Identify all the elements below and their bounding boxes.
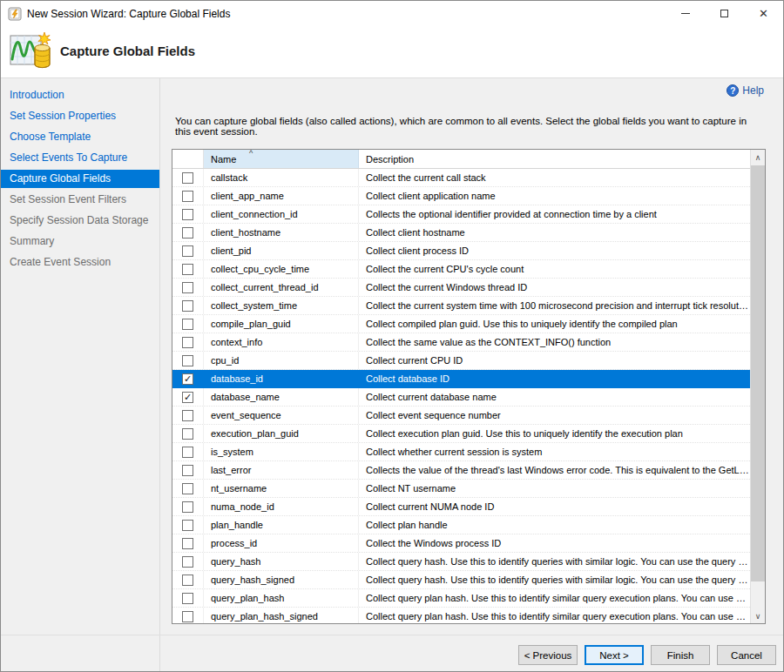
table-row-compile_plan_guid[interactable]: compile_plan_guidCollect compiled plan g…	[172, 315, 750, 333]
minimize-button[interactable]	[666, 1, 705, 26]
table-row-plan_handle[interactable]: plan_handleCollect plan handle	[172, 516, 750, 534]
checkbox-unchecked-icon[interactable]	[182, 465, 193, 476]
field-description-cell[interactable]: Collect current NUMA node ID	[359, 501, 750, 512]
previous-button[interactable]: < Previous	[518, 645, 578, 665]
field-name-cell[interactable]: collect_current_thread_id	[204, 279, 359, 296]
field-description-cell[interactable]: Collect execution plan guid. Use this to…	[359, 428, 750, 439]
checkbox-checked-icon[interactable]: ✓	[182, 373, 193, 385]
field-name-cell[interactable]: last_error	[204, 461, 359, 479]
field-description-cell[interactable]: Collect the current call stack	[359, 172, 750, 183]
field-description-cell[interactable]: Collects the value of the thread's last …	[359, 465, 750, 475]
field-description-cell[interactable]: Collect event sequence number	[359, 410, 750, 420]
finish-button[interactable]: Finish	[651, 645, 710, 665]
field-description-cell[interactable]: Collect current database name	[359, 392, 750, 402]
checkbox-unchecked-icon[interactable]	[182, 300, 193, 312]
table-row-query_plan_hash[interactable]: query_plan_hashCollect query plan hash. …	[172, 589, 750, 608]
table-row-database_name[interactable]: ✓database_nameCollect current database n…	[172, 388, 750, 407]
checkbox-unchecked-icon[interactable]	[182, 501, 193, 513]
scrollbar-thumb[interactable]	[751, 165, 765, 581]
field-description-cell[interactable]: Collect the current CPU's cycle count	[359, 264, 750, 274]
help-link[interactable]: ? Help	[727, 84, 764, 97]
field-name-cell[interactable]: database_name	[204, 388, 359, 406]
scrollbar-down-icon[interactable]: ∨	[751, 608, 765, 623]
field-name-cell[interactable]: execution_plan_guid	[204, 425, 359, 442]
checkbox-unchecked-icon[interactable]	[182, 209, 193, 220]
field-name-cell[interactable]: collect_system_time	[204, 297, 359, 314]
table-row-collect_cpu_cycle_time[interactable]: collect_cpu_cycle_timeCollect the curren…	[172, 260, 750, 279]
field-description-cell[interactable]: Collects the optional identifier provide…	[359, 209, 750, 219]
field-name-cell[interactable]: collect_cpu_cycle_time	[204, 260, 359, 278]
field-name-cell[interactable]: event_sequence	[204, 407, 359, 424]
field-name-cell[interactable]: query_plan_hash_signed	[204, 608, 359, 623]
checkbox-column-header[interactable]	[172, 150, 204, 168]
table-row-database_id[interactable]: ✓database_idCollect database ID	[172, 370, 750, 388]
sidebar-item-select-events-to-capture[interactable]: Select Events To Capture	[1, 147, 159, 168]
field-name-cell[interactable]: cpu_id	[204, 352, 359, 369]
field-description-cell[interactable]: Collect current CPU ID	[359, 355, 750, 366]
checkbox-unchecked-icon[interactable]	[182, 447, 193, 458]
checkbox-unchecked-icon[interactable]	[182, 556, 193, 568]
description-column-header[interactable]: Description	[359, 150, 750, 168]
field-name-cell[interactable]: numa_node_id	[204, 498, 359, 515]
field-name-cell[interactable]: database_id	[204, 370, 359, 387]
scrollbar-up-icon[interactable]: ∧	[751, 150, 765, 165]
field-name-cell[interactable]: query_hash_signed	[204, 571, 359, 588]
field-name-cell[interactable]: client_app_name	[204, 187, 359, 205]
checkbox-unchecked-icon[interactable]	[182, 191, 193, 202]
checkbox-unchecked-icon[interactable]	[182, 337, 193, 348]
field-name-cell[interactable]: plan_handle	[204, 516, 359, 534]
table-row-client_hostname[interactable]: client_hostnameCollect client hostname	[172, 224, 750, 242]
field-description-cell[interactable]: Collect the current Windows thread ID	[359, 282, 750, 292]
table-row-nt_username[interactable]: nt_usernameCollect NT username	[172, 480, 750, 498]
checkbox-unchecked-icon[interactable]	[182, 611, 193, 622]
field-description-cell[interactable]: Collect query hash. Use this to identify…	[359, 575, 750, 585]
table-row-is_system[interactable]: is_systemCollect whether current session…	[172, 443, 750, 461]
field-description-cell[interactable]: Collect plan handle	[359, 520, 750, 530]
checkbox-unchecked-icon[interactable]	[182, 264, 193, 275]
field-description-cell[interactable]: Collect the same value as the CONTEXT_IN…	[359, 337, 750, 347]
field-name-cell[interactable]: compile_plan_guid	[204, 315, 359, 333]
field-name-cell[interactable]: query_plan_hash	[204, 589, 359, 607]
table-row-query_hash[interactable]: query_hashCollect query hash. Use this t…	[172, 553, 750, 571]
name-column-header[interactable]: Name ^	[204, 150, 359, 168]
field-description-cell[interactable]: Collect the Windows process ID	[359, 538, 750, 548]
table-row-execution_plan_guid[interactable]: execution_plan_guidCollect execution pla…	[172, 425, 750, 443]
table-row-context_info[interactable]: context_infoCollect the same value as th…	[172, 333, 750, 352]
table-row-process_id[interactable]: process_idCollect the Windows process ID	[172, 534, 750, 553]
field-description-cell[interactable]: Collect client application name	[359, 191, 750, 201]
table-row-numa_node_id[interactable]: numa_node_idCollect current NUMA node ID	[172, 498, 750, 516]
next-button[interactable]: Next >	[585, 645, 644, 665]
checkbox-checked-icon[interactable]: ✓	[182, 392, 193, 403]
field-description-cell[interactable]: Collect client process ID	[359, 245, 750, 256]
checkbox-unchecked-icon[interactable]	[182, 227, 193, 239]
field-description-cell[interactable]: Collect query plan hash. Use this to ide…	[359, 593, 750, 603]
field-name-cell[interactable]: client_pid	[204, 242, 359, 259]
field-name-cell[interactable]: process_id	[204, 534, 359, 552]
field-name-cell[interactable]: context_info	[204, 333, 359, 351]
sidebar-item-capture-global-fields[interactable]: Capture Global Fields	[1, 170, 159, 188]
field-description-cell[interactable]: Collect whether current session is syste…	[359, 447, 750, 457]
field-name-cell[interactable]: query_hash	[204, 553, 359, 570]
checkbox-unchecked-icon[interactable]	[182, 593, 193, 604]
field-description-cell[interactable]: Collect query hash. Use this to identify…	[359, 556, 750, 567]
field-name-cell[interactable]: client_connection_id	[204, 205, 359, 223]
checkbox-unchecked-icon[interactable]	[182, 428, 193, 440]
table-row-event_sequence[interactable]: event_sequenceCollect event sequence num…	[172, 407, 750, 425]
table-row-cpu_id[interactable]: cpu_idCollect current CPU ID	[172, 352, 750, 370]
table-row-last_error[interactable]: last_errorCollects the value of the thre…	[172, 461, 750, 480]
sidebar-item-choose-template[interactable]: Choose Template	[1, 126, 159, 147]
checkbox-unchecked-icon[interactable]	[182, 575, 193, 586]
table-row-client_app_name[interactable]: client_app_nameCollect client applicatio…	[172, 187, 750, 205]
table-row-query_plan_hash_signed[interactable]: query_plan_hash_signedCollect query plan…	[172, 608, 750, 623]
field-description-cell[interactable]: Collect compiled plan guid. Use this to …	[359, 319, 750, 329]
table-row-collect_current_thread_id[interactable]: collect_current_thread_idCollect the cur…	[172, 279, 750, 297]
sidebar-item-set-session-properties[interactable]: Set Session Properties	[1, 105, 159, 126]
cancel-button[interactable]: Cancel	[717, 645, 776, 665]
field-description-cell[interactable]: Collect client hostname	[359, 227, 750, 238]
checkbox-unchecked-icon[interactable]	[182, 410, 193, 421]
field-name-cell[interactable]: is_system	[204, 443, 359, 460]
sidebar-item-introduction[interactable]: Introduction	[1, 84, 159, 105]
checkbox-unchecked-icon[interactable]	[182, 282, 193, 293]
checkbox-unchecked-icon[interactable]	[182, 483, 193, 494]
vertical-scrollbar[interactable]: ∧ ∨	[750, 150, 765, 623]
